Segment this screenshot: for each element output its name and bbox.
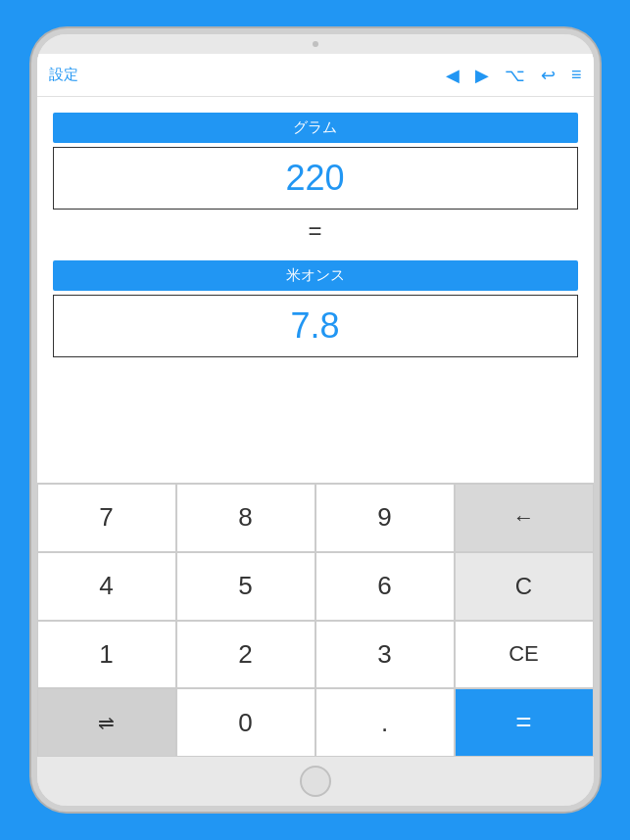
home-button[interactable] — [300, 766, 331, 797]
navbar-icons: ◀ ▶ ⌥ ↩ ≡ — [446, 65, 582, 86]
option-icon[interactable]: ⌥ — [505, 65, 525, 86]
forward-icon[interactable]: ▶ — [475, 65, 489, 86]
navigation-bar: 設定 ◀ ▶ ⌥ ↩ ≡ — [37, 54, 594, 97]
undo-icon[interactable]: ↩ — [541, 65, 556, 86]
menu-icon[interactable]: ≡ — [571, 65, 582, 85]
ce-button[interactable]: CE — [455, 621, 594, 689]
key-5[interactable]: 5 — [176, 552, 315, 621]
key-4[interactable]: 4 — [37, 552, 176, 621]
clear-button[interactable]: C — [455, 552, 594, 621]
backspace-button[interactable]: ← — [455, 484, 594, 552]
key-9[interactable]: 9 — [315, 484, 455, 552]
device-top-bar — [37, 34, 594, 54]
key-2[interactable]: 2 — [176, 621, 315, 689]
main-content: グラム 220 = 米オンス 7.8 — [37, 97, 594, 483]
swap-button[interactable]: ⇌ — [37, 688, 176, 757]
key-3[interactable]: 3 — [315, 621, 455, 689]
device-bottom-bar — [37, 757, 594, 806]
equals-button[interactable]: = — [455, 688, 594, 757]
key-6[interactable]: 6 — [315, 552, 455, 621]
unit1-label[interactable]: グラム — [53, 113, 578, 143]
device-screen: 設定 ◀ ▶ ⌥ ↩ ≡ グラム 220 = 米オンス 7.8 7 8 9 ← — [37, 54, 594, 757]
unit2-label[interactable]: 米オンス — [53, 260, 578, 291]
key-0[interactable]: 0 — [176, 688, 315, 757]
key-7[interactable]: 7 — [37, 484, 176, 552]
navbar-left: 設定 — [49, 66, 446, 84]
unit2-value-display[interactable]: 7.8 — [53, 295, 578, 357]
device-frame: 設定 ◀ ▶ ⌥ ↩ ≡ グラム 220 = 米オンス 7.8 7 8 9 ← — [31, 28, 600, 812]
key-dot[interactable]: . — [315, 688, 455, 757]
unit1-value-display[interactable]: 220 — [53, 147, 578, 210]
camera-dot — [313, 41, 318, 47]
equals-separator: = — [53, 210, 578, 253]
back-icon[interactable]: ◀ — [446, 65, 460, 86]
key-1[interactable]: 1 — [37, 621, 176, 689]
settings-button[interactable]: 設定 — [49, 66, 78, 84]
key-8[interactable]: 8 — [176, 484, 315, 552]
keypad: 7 8 9 ← 4 5 6 C 1 2 3 CE ⇌ 0 . = — [37, 483, 594, 757]
